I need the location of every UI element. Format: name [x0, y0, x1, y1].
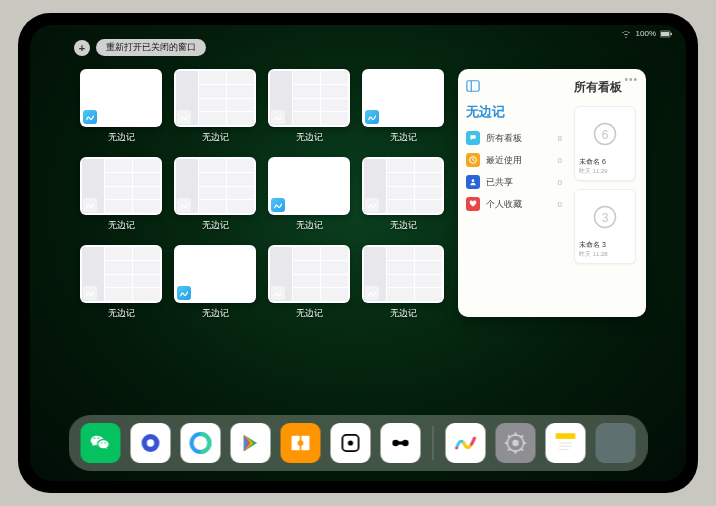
window-label: 无边记	[296, 219, 323, 232]
freeform-app-icon	[365, 198, 379, 212]
svg-point-6	[472, 179, 475, 182]
freeform-app-icon	[177, 110, 191, 124]
dock-freeform[interactable]	[446, 423, 486, 463]
svg-line-29	[521, 436, 523, 438]
svg-text:6: 6	[602, 128, 609, 142]
window-thumbnail[interactable]: 无边记	[80, 69, 162, 155]
window-label: 无边记	[202, 131, 229, 144]
board-card[interactable]: 3未命名 3昨天 11:28	[574, 189, 636, 264]
sidebar-item-label: 已共享	[486, 176, 552, 189]
sidebar-item-count: 0	[558, 178, 562, 187]
panel-menu-icon[interactable]: •••	[624, 74, 638, 85]
svg-point-14	[298, 440, 304, 446]
panel-content: 所有看板 6未命名 6昨天 11:293未命名 3昨天 11:28	[570, 69, 646, 317]
svg-rect-19	[396, 441, 406, 444]
thumbnail-preview	[174, 157, 256, 215]
thumbnail-preview	[174, 69, 256, 127]
window-label: 无边记	[390, 131, 417, 144]
window-thumbnail[interactable]: 无边记	[268, 157, 350, 243]
board-time: 昨天 11:28	[579, 250, 631, 259]
window-thumbnail[interactable]: 无边记	[80, 157, 162, 243]
window-thumbnail[interactable]: 无边记	[174, 69, 256, 155]
window-thumbnail[interactable]: 无边记	[362, 245, 444, 331]
heart-icon	[466, 197, 480, 211]
sidebar-item-label: 所有看板	[486, 132, 552, 145]
svg-text:3: 3	[602, 211, 609, 225]
svg-point-16	[348, 440, 353, 445]
dock	[69, 415, 648, 471]
reopen-closed-button[interactable]: 重新打开已关闭的窗口	[96, 39, 206, 56]
thumbnail-preview	[80, 157, 162, 215]
thumbnail-preview	[80, 69, 162, 127]
board-sketch: 3	[579, 194, 631, 240]
window-thumbnail[interactable]: 无边记	[174, 157, 256, 243]
window-thumbnail[interactable]: 无边记	[362, 69, 444, 155]
screen: 100% + 重新打开已关闭的窗口 无边记无边记无边记无边记无边记无边记无边记无…	[30, 25, 686, 481]
dock-folder[interactable]	[596, 423, 636, 463]
thumbnail-preview	[174, 245, 256, 303]
freeform-app-icon	[365, 286, 379, 300]
dock-wechat[interactable]	[81, 423, 121, 463]
thumbnail-preview	[362, 69, 444, 127]
dock-play[interactable]	[231, 423, 271, 463]
dock-settings[interactable]	[496, 423, 536, 463]
window-label: 无边记	[108, 131, 135, 144]
sidebar-item[interactable]: 个人收藏0	[466, 197, 562, 211]
window-thumbnail[interactable]: 无边记	[268, 245, 350, 331]
window-thumbnail[interactable]: 无边记	[362, 157, 444, 243]
freeform-app-icon	[177, 198, 191, 212]
window-label: 无边记	[390, 307, 417, 320]
window-grid: 无边记无边记无边记无边记无边记无边记无边记无边记无边记无边记无边记无边记	[80, 69, 444, 407]
thumbnail-preview	[268, 157, 350, 215]
board-name: 未命名 6	[579, 157, 631, 167]
dock-connect[interactable]	[381, 423, 421, 463]
people-icon	[466, 175, 480, 189]
freeform-app-icon	[271, 198, 285, 212]
window-thumbnail[interactable]: 无边记	[268, 69, 350, 155]
svg-point-21	[512, 440, 519, 447]
window-label: 无边记	[108, 307, 135, 320]
dock-books[interactable]	[281, 423, 321, 463]
svg-rect-2	[671, 32, 672, 34]
board-name: 未命名 3	[579, 240, 631, 250]
dock-notes[interactable]	[546, 423, 586, 463]
sidebar-toggle-icon[interactable]	[466, 79, 480, 93]
panel-sidebar: 无边记 所有看板8最近使用0已共享0个人收藏0	[458, 69, 570, 317]
freeform-app-icon	[177, 286, 191, 300]
svg-point-12	[147, 439, 154, 446]
dock-qqbrowser[interactable]	[181, 423, 221, 463]
workspace: 无边记无边记无边记无边记无边记无边记无边记无边记无边记无边记无边记无边记 •••…	[80, 69, 646, 407]
battery-label: 100%	[636, 29, 656, 38]
thumbnail-preview	[362, 245, 444, 303]
freeform-app-icon	[83, 198, 97, 212]
sidebar-item[interactable]: 已共享0	[466, 175, 562, 189]
window-thumbnail[interactable]: 无边记	[174, 245, 256, 331]
window-label: 无边记	[390, 219, 417, 232]
sidebar-item-count: 8	[558, 134, 562, 143]
sidebar-item-count: 0	[558, 200, 562, 209]
freeform-app-icon	[365, 110, 379, 124]
svg-rect-3	[467, 81, 479, 92]
dock-dice[interactable]	[331, 423, 371, 463]
freeform-panel[interactable]: ••• 无边记 所有看板8最近使用0已共享0个人收藏0 所有看板 6未命名 6昨…	[458, 69, 646, 317]
freeform-app-icon	[83, 286, 97, 300]
board-card[interactable]: 6未命名 6昨天 11:29	[574, 106, 636, 181]
board-time: 昨天 11:29	[579, 167, 631, 176]
freeform-app-icon	[83, 110, 97, 124]
freeform-app-icon	[271, 286, 285, 300]
sidebar-item[interactable]: 所有看板8	[466, 131, 562, 145]
panel-title: 无边记	[466, 103, 562, 121]
window-thumbnail[interactable]: 无边记	[80, 245, 162, 331]
thumbnail-preview	[268, 245, 350, 303]
window-label: 无边记	[202, 219, 229, 232]
battery-icon	[660, 30, 672, 38]
sidebar-item[interactable]: 最近使用0	[466, 153, 562, 167]
window-label: 无边记	[202, 307, 229, 320]
new-window-button[interactable]: +	[74, 40, 90, 56]
svg-line-25	[508, 448, 510, 450]
svg-line-23	[521, 448, 523, 450]
svg-rect-30	[556, 433, 576, 439]
svg-rect-1	[661, 31, 669, 35]
dock-quark[interactable]	[131, 423, 171, 463]
top-controls: + 重新打开已关闭的窗口	[74, 39, 206, 56]
